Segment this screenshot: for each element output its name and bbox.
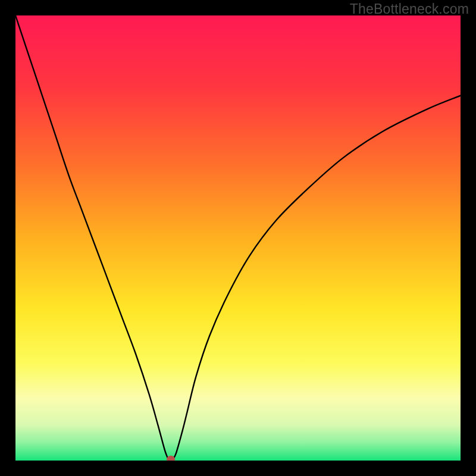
watermark-text: TheBottleneck.com [350, 1, 469, 17]
plot-area [15, 15, 461, 461]
gradient-background [15, 15, 461, 461]
chart-frame: TheBottleneck.com [0, 0, 476, 476]
chart-svg [15, 15, 461, 461]
